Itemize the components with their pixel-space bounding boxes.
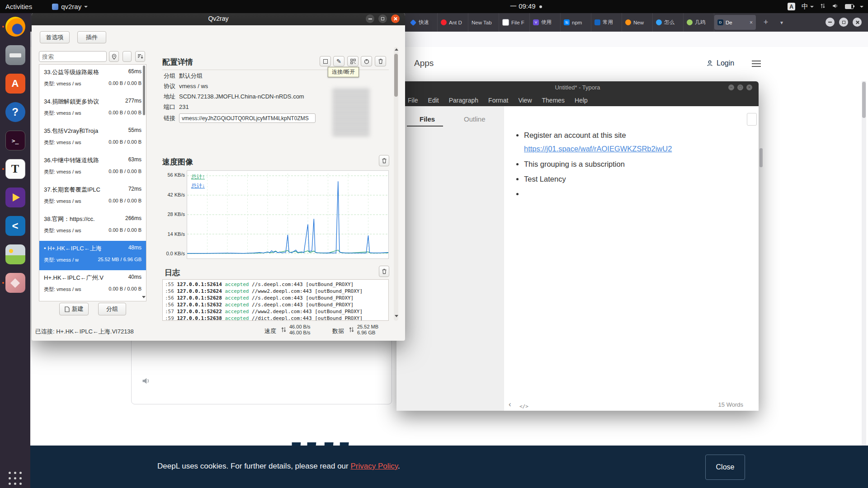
tab-几鸡[interactable]: 几鸡 [684,13,714,32]
tab-close-icon[interactable]: × [750,19,753,26]
chevron-down-icon[interactable] [860,6,863,8]
doc-link[interactable]: https://j01.space/waf/rAOIEGWKZSRb2iwU2 [524,145,672,153]
dock-files[interactable] [5,45,25,65]
activities-button[interactable]: Activities [0,0,38,13]
typora-titlebar[interactable]: Untitled* - Typora − □ × [396,81,759,94]
server-row[interactable]: H+.HK←IPLC←广州.V40ms类型: vmess / ws0.00 B … [39,270,146,300]
search-input[interactable] [39,51,107,62]
list-scrollbar-thumb[interactable] [143,66,145,115]
server-row[interactable]: 34.捐贈解鎖更多协议277ms类型: vmess / ws0.00 B / 0… [39,94,146,123]
menu-paragraph[interactable]: Paragraph [444,97,483,104]
app-menu[interactable]: qv2ray [47,0,93,13]
qv2ray-titlebar[interactable]: Qv2ray [32,12,405,25]
system-tray[interactable]: A 中 [788,0,866,13]
menu-format[interactable]: Format [483,97,513,104]
scrollbar-thumb[interactable] [862,82,866,118]
cookie-close-button[interactable]: Close [705,455,745,480]
tab-New[interactable]: New [622,13,653,32]
maximize-button[interactable] [839,18,848,27]
close-button[interactable] [853,18,862,27]
tab-De[interactable]: DDe× [714,15,756,30]
minimize-button[interactable] [826,18,835,27]
dock-show-apps[interactable] [5,468,25,488]
clock[interactable]: 一 09:49 [510,0,542,13]
dock-purple-app[interactable] [5,188,25,207]
menu-themes[interactable]: Themes [537,97,570,104]
server-row[interactable]: 36.中继中转隧道线路63ms类型: vmess / ws0.00 B / 0.… [39,153,146,182]
dock-typora[interactable] [5,159,25,179]
privacy-policy-link[interactable]: Privacy Policy [350,462,398,470]
new-tab-button[interactable]: + [760,17,771,28]
typora-editor[interactable]: Register an account at this sitehttps://… [504,106,759,411]
minimize-button[interactable] [366,14,374,23]
server-row[interactable]: 37.长期套餐覆盖IPLC72ms类型: vmess / ws0.00 B / … [39,182,146,211]
tab-常用[interactable]: 常用 [591,13,622,32]
share-link-input[interactable] [179,113,316,123]
language-indicator[interactable]: 中 [802,2,814,11]
menu-file[interactable]: File [403,97,423,104]
menu-help[interactable]: Help [570,97,593,104]
menu-view[interactable]: View [513,97,537,104]
input-method-icon[interactable]: A [788,3,795,10]
delete-button[interactable] [375,56,386,66]
tab-使用[interactable]: V使用 [530,13,561,32]
dock-firefox[interactable] [5,17,25,37]
list-scroll-down-icon[interactable] [142,296,146,298]
dock-ubuntu-software[interactable] [5,74,25,94]
panel-toggle-icon[interactable] [747,113,757,126]
sort-button[interactable] [135,51,145,62]
preferences-button[interactable]: 首选项 [40,31,70,43]
scroll-down-icon[interactable] [395,315,398,317]
source-code-icon[interactable] [519,402,528,410]
battery-icon[interactable] [845,4,854,9]
nav-apps[interactable]: Apps [414,58,434,68]
minimize-button[interactable]: − [728,84,734,90]
dock-help[interactable] [5,102,25,122]
maximize-button[interactable] [378,14,387,23]
blank-tool-button[interactable] [123,51,132,62]
clear-graph-button[interactable] [379,155,389,166]
browser-scrollbar[interactable] [862,81,866,479]
group-button[interactable]: 分组 [98,303,126,315]
collapse-sidebar-icon[interactable] [509,400,511,409]
close-button[interactable]: × [746,84,752,90]
plugins-button[interactable]: 插件 [77,31,106,43]
server-row[interactable]: 33.公益等级線路嚴格65ms类型: vmess / ws0.00 B / 0.… [39,65,146,94]
page-scrollbar-fragment[interactable] [760,148,763,167]
dock-photos[interactable] [5,244,25,264]
legend-total-up[interactable]: 总计↑ [191,173,205,181]
tab-npm[interactable]: 知npm [561,13,591,32]
menu-edit[interactable]: Edit [423,97,444,104]
dock-terminal[interactable] [5,131,25,150]
tab-overflow-button[interactable]: ▾ [776,17,787,28]
tab-快速[interactable]: 快速 [407,13,438,32]
dock-vscode[interactable] [5,216,25,236]
network-arrows-icon[interactable] [820,3,826,10]
location-pin-button[interactable] [109,51,119,62]
maximize-button[interactable]: □ [737,84,743,90]
clear-log-button[interactable] [379,266,389,277]
tab-New Tab[interactable]: New Tab [468,13,499,32]
dock-qv2ray[interactable] [5,273,25,293]
login-button[interactable]: Login [706,59,734,67]
tab-files[interactable]: Files [420,115,435,123]
scroll-up-icon[interactable] [395,48,398,51]
log-output[interactable]: :55 127.0.0.1:52614 accepted //s.deepl.c… [162,279,389,321]
tab-Ant D[interactable]: Ant D [438,13,468,32]
legend-total-down[interactable]: 总计↓ [191,182,205,190]
tab-怎么[interactable]: 怎么 [653,13,684,32]
connect-toggle-button[interactable] [361,56,372,66]
panel-scrollbar-thumb[interactable] [394,54,398,97]
qr-code-button[interactable] [347,56,359,66]
server-row[interactable]: 38.官网：https://cc.266ms类型: vmess / ws0.00… [39,211,146,241]
page-menu-icon[interactable] [752,61,761,61]
speaker-icon[interactable] [142,376,151,387]
server-row[interactable]: • H+.HK←IPLC←上海48ms类型: vmess / w25.52 MB… [39,241,146,270]
tab-outline[interactable]: Outline [464,115,486,123]
blank-square-button[interactable] [320,56,331,66]
edit-button[interactable]: ✎ [333,56,344,66]
tab-File F[interactable]: File F [499,13,530,32]
close-button[interactable] [391,14,400,23]
new-button[interactable]: 新建 [59,303,89,315]
server-row[interactable]: 35.包括V2ray和Troja55ms类型: vmess / ws0.00 B… [39,123,146,153]
